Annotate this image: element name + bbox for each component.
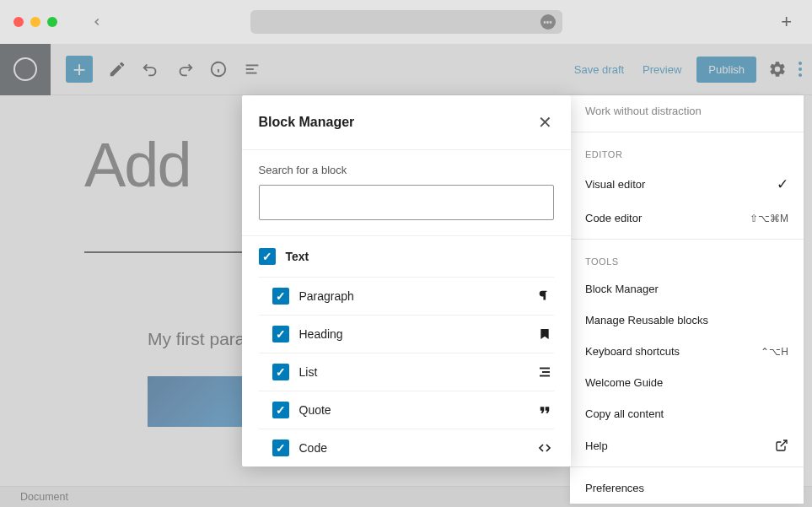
window-controls [13, 17, 57, 27]
close-window-button[interactable] [13, 17, 24, 27]
menu-section-editor: EDITOR [570, 138, 804, 166]
checkbox-checked[interactable] [272, 402, 289, 418]
back-button[interactable] [91, 16, 103, 28]
checkbox-checked[interactable] [272, 288, 289, 305]
external-link-icon [775, 439, 788, 452]
keyboard-shortcut-hint: ⇧⌥⌘M [750, 213, 788, 224]
block-row-heading[interactable]: Heading [259, 315, 554, 353]
menu-item-code-editor[interactable]: Code editor ⇧⌥⌘M [570, 202, 804, 234]
pilcrow-icon [535, 289, 554, 304]
menu-item-distraction-free[interactable]: Work without distraction [570, 95, 804, 127]
search-label: Search for a block [259, 164, 554, 176]
browser-titlebar: ••• + [0, 0, 812, 44]
maximize-window-button[interactable] [47, 17, 57, 27]
block-row-code[interactable]: Code [259, 429, 554, 467]
menu-section-tools: TOOLS [570, 245, 804, 273]
modal-title: Block Manager [259, 115, 355, 130]
block-category-text[interactable]: Text [259, 236, 554, 277]
menu-item-preferences[interactable]: Preferences [570, 472, 804, 504]
menu-item-welcome-guide[interactable]: Welcome Guide [570, 367, 804, 398]
block-row-paragraph[interactable]: Paragraph [259, 277, 554, 315]
menu-item-help[interactable]: Help [570, 429, 804, 461]
block-row-quote[interactable]: Quote [259, 391, 554, 429]
site-settings-icon[interactable]: ••• [540, 14, 556, 30]
minimize-window-button[interactable] [30, 17, 40, 27]
options-menu-panel: Work without distraction EDITOR Visual e… [570, 95, 804, 504]
checkmark-icon: ✓ [777, 175, 788, 193]
close-icon[interactable]: ✕ [536, 111, 554, 134]
new-tab-button[interactable]: + [781, 11, 792, 33]
list-icon [535, 364, 554, 380]
search-block-input[interactable] [259, 185, 554, 220]
menu-item-keyboard-shortcuts[interactable]: Keyboard shortcuts ⌃⌥H [570, 336, 804, 367]
svg-line-9 [781, 440, 787, 446]
checkbox-checked[interactable] [272, 440, 289, 456]
menu-item-reusable-blocks[interactable]: Manage Reusable blocks [570, 305, 804, 336]
url-bar[interactable]: ••• [250, 10, 562, 34]
code-icon [535, 441, 554, 455]
menu-item-copy-all[interactable]: Copy all content [570, 398, 804, 429]
keyboard-shortcut-hint: ⌃⌥H [761, 346, 788, 358]
menu-item-visual-editor[interactable]: Visual editor ✓ [570, 166, 804, 202]
checkbox-checked[interactable] [272, 326, 289, 342]
block-manager-modal: Block Manager ✕ Search for a block Text … [242, 95, 571, 467]
checkbox-checked[interactable] [259, 248, 276, 265]
menu-item-block-manager[interactable]: Block Manager [570, 273, 804, 305]
bookmark-icon [535, 327, 554, 341]
quote-icon [535, 402, 554, 418]
block-row-list[interactable]: List [259, 353, 554, 391]
checkbox-checked[interactable] [272, 364, 289, 380]
